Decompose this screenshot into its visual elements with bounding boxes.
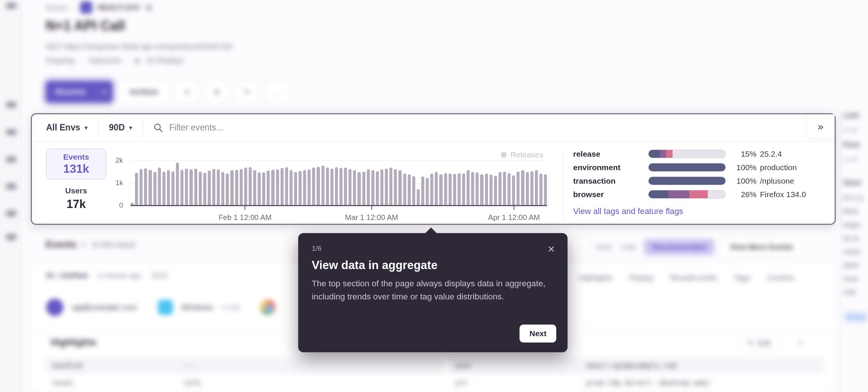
nav-rail-item[interactable] (6, 211, 17, 216)
chart-bar[interactable] (299, 171, 302, 205)
nav-rail-item[interactable] (6, 3, 17, 9)
archive-button[interactable]: Archive (119, 81, 168, 103)
archive-dropdown-button[interactable]: ▾ (175, 81, 198, 103)
chart-bar[interactable] (389, 168, 392, 205)
resolve-dropdown-caret-icon[interactable]: ▾ (96, 88, 113, 96)
tab-highlights[interactable]: Highlights (578, 273, 613, 282)
chart-bar[interactable] (339, 168, 342, 205)
nav-rail-item[interactable] (6, 102, 17, 108)
view-all-tags-link[interactable]: View all tags and feature flags (573, 206, 683, 216)
tag-key[interactable]: browser (573, 190, 648, 199)
chart-bar[interactable] (281, 168, 284, 205)
tab-context[interactable]: Context (767, 273, 794, 282)
chart-bar[interactable] (544, 174, 547, 205)
tag-bar-segment[interactable] (660, 150, 666, 158)
chart-bar[interactable] (398, 170, 401, 205)
chart-bar[interactable] (271, 170, 274, 205)
first-event-link[interactable]: First (594, 243, 613, 251)
chart-bar[interactable] (521, 170, 524, 205)
chart-bar[interactable] (171, 171, 174, 205)
chart-bar[interactable] (539, 174, 542, 205)
share-link-button[interactable]: ✎ (235, 81, 258, 103)
chart-bar[interactable] (453, 174, 456, 205)
chart-bar[interactable] (471, 172, 474, 205)
chart-bar[interactable] (476, 172, 479, 205)
chart-bar[interactable] (221, 172, 224, 205)
chart-bar[interactable] (226, 174, 229, 205)
tag-distribution-bar[interactable] (648, 177, 726, 185)
chart-bar[interactable] (444, 173, 447, 205)
chart-bar[interactable] (203, 173, 206, 205)
chart-bar[interactable] (158, 168, 161, 205)
chart-bar[interactable] (508, 173, 511, 205)
chart-bar[interactable] (312, 168, 315, 205)
chart-bar[interactable] (530, 171, 533, 205)
tag-bar-segment[interactable] (649, 177, 725, 185)
star-button[interactable]: ★ (205, 81, 228, 103)
view-more-events-button[interactable]: View More Events (720, 238, 803, 256)
subscribe-icon[interactable]: ⊕ (145, 2, 153, 13)
chart-bar[interactable] (344, 168, 347, 205)
chart-bar[interactable] (240, 169, 243, 205)
chart-bar[interactable] (371, 170, 374, 205)
chart-bar[interactable] (357, 172, 360, 205)
chart-bar[interactable] (167, 170, 170, 205)
chart-bar[interactable] (394, 169, 397, 205)
chart-bar[interactable] (485, 174, 488, 205)
resolve-button[interactable]: Resolve ▾ (46, 81, 113, 103)
chart-bar[interactable] (290, 170, 293, 205)
chart-bar[interactable] (144, 168, 147, 205)
chart-bar[interactable] (376, 171, 379, 205)
tag-bar-segment[interactable] (689, 190, 708, 198)
tag-bar-segment[interactable] (666, 150, 672, 158)
chart-bar[interactable] (249, 167, 252, 205)
more-actions-button[interactable]: … (265, 81, 288, 103)
chart-bar[interactable] (348, 169, 351, 205)
close-icon[interactable]: × (548, 243, 555, 255)
chart-bar[interactable] (408, 174, 411, 205)
events-heading[interactable]: Events (46, 239, 77, 250)
chart-bar[interactable] (321, 166, 324, 205)
collapse-section-icon[interactable]: ∧ (797, 338, 803, 347)
tab-tags[interactable]: Tags (734, 273, 750, 282)
chart-bar[interactable] (285, 167, 288, 205)
tag-key[interactable]: release (573, 150, 648, 159)
breadcrumb-issues-link[interactable]: Issues (46, 3, 68, 12)
events-heading-caret-icon[interactable]: ▾ (82, 241, 85, 248)
chart-bar[interactable] (303, 170, 306, 205)
chart-bar[interactable] (194, 169, 197, 205)
chart-bar[interactable] (421, 177, 424, 205)
chart-bar[interactable] (199, 172, 202, 205)
chart-bar[interactable] (235, 170, 238, 205)
chart-bar[interactable] (503, 172, 506, 205)
chart-bar[interactable] (435, 172, 438, 205)
chart-bar[interactable] (326, 168, 329, 205)
chart-bar[interactable] (149, 170, 152, 205)
tag-bar-segment[interactable] (649, 190, 668, 198)
nav-rail-item[interactable] (6, 129, 17, 135)
chart-bar[interactable] (230, 170, 233, 205)
chart-bar[interactable] (335, 167, 338, 205)
chart-bar[interactable] (480, 174, 483, 205)
chart-bar[interactable] (317, 167, 320, 205)
chart-bar[interactable] (258, 172, 261, 205)
chart-bar[interactable] (512, 175, 515, 205)
tab-replay[interactable]: Replay (629, 273, 654, 282)
chart-bar[interactable] (276, 169, 279, 205)
chart-bar[interactable] (430, 174, 433, 205)
chart-bar[interactable] (189, 169, 192, 205)
replay-count-link[interactable]: 24 Replays (146, 56, 184, 65)
tag-bar-segment[interactable] (668, 190, 689, 198)
event-id[interactable]: ID: c9af9ab (46, 271, 88, 280)
chart-bar[interactable] (212, 169, 215, 205)
chart-bar[interactable] (417, 189, 420, 205)
chart-bar[interactable] (494, 176, 497, 205)
next-event-button[interactable]: › (571, 239, 588, 256)
chart-bar[interactable] (330, 169, 333, 205)
chart-bar[interactable] (462, 174, 465, 205)
expand-sidebar-button[interactable]: » (806, 114, 835, 139)
chart-bar[interactable] (367, 169, 370, 205)
chart-bar[interactable] (426, 178, 429, 205)
chart-bar[interactable] (267, 171, 270, 205)
chart-bar[interactable] (353, 170, 356, 205)
